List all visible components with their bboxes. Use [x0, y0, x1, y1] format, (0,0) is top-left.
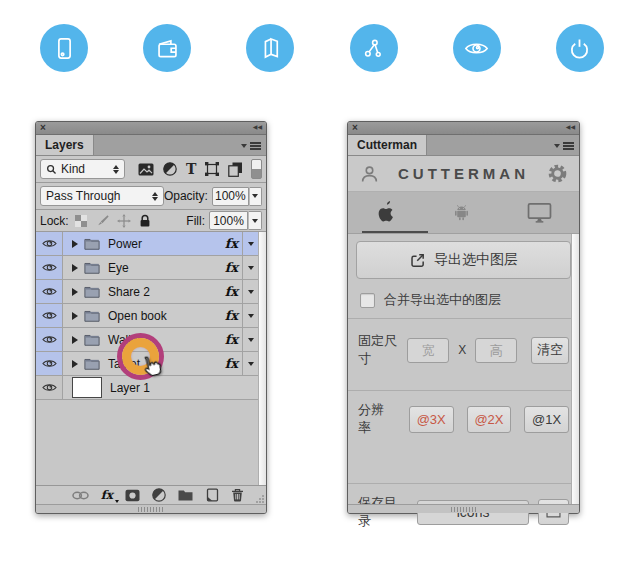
resolution-2x-button[interactable]: @2X [467, 406, 512, 433]
type-layer-filter-icon[interactable]: T [186, 162, 196, 176]
fx-expand-arrow[interactable] [242, 256, 258, 279]
layer-name[interactable]: Layer 1 [110, 381, 150, 395]
opacity-value[interactable]: 100% [212, 187, 249, 206]
close-icon[interactable]: × [40, 122, 46, 134]
layer-row-content[interactable]: Tablet fx [63, 352, 242, 375]
layer-row-content[interactable]: Wallet fx [63, 328, 242, 351]
new-layer-icon[interactable] [205, 488, 219, 502]
fill-dropdown-icon[interactable] [248, 211, 262, 230]
layer-row-content[interactable]: Open book fx [63, 304, 242, 327]
resolution-3x-button[interactable]: @3X [409, 406, 454, 433]
link-icon[interactable] [72, 490, 89, 501]
layer-thumbnail[interactable] [72, 377, 102, 398]
layer-row-content[interactable]: Share 2 fx [63, 280, 242, 303]
layer-mask-icon[interactable] [125, 489, 140, 502]
power-icon[interactable] [556, 24, 604, 72]
brand-title: CUTTERMAN [379, 165, 548, 182]
tab-layers[interactable]: Layers [36, 135, 94, 155]
visibility-toggle[interactable] [36, 304, 63, 327]
fx-expand-arrow[interactable] [242, 280, 258, 303]
layer-row[interactable]: Eye fx [36, 256, 258, 280]
fx-expand-arrow[interactable] [242, 328, 258, 351]
clear-button[interactable]: 清空 [531, 337, 569, 364]
height-input[interactable] [475, 338, 517, 363]
layer-row[interactable]: Layer 1 [36, 376, 258, 400]
visibility-toggle[interactable] [36, 352, 63, 375]
desktop-tab[interactable] [527, 202, 552, 223]
layer-row-content[interactable]: Power fx [63, 232, 242, 255]
lock-pixels-icon[interactable] [95, 214, 109, 228]
opacity-dropdown-icon[interactable] [249, 187, 262, 206]
tablet-icon[interactable] [40, 24, 88, 72]
fx-expand-arrow[interactable] [242, 232, 258, 255]
disclosure-triangle-icon[interactable] [72, 240, 78, 248]
merge-checkbox[interactable] [360, 293, 375, 308]
disclosure-triangle-icon[interactable] [72, 336, 78, 344]
layer-row[interactable]: Wallet fx [36, 328, 258, 352]
gear-icon[interactable] [548, 164, 567, 183]
layer-name[interactable]: Power [108, 237, 142, 251]
layer-name[interactable]: Share 2 [108, 285, 150, 299]
scrollbar-track[interactable] [571, 234, 579, 504]
visibility-toggle[interactable] [36, 256, 63, 279]
lock-icons [75, 214, 151, 228]
visibility-toggle[interactable] [36, 280, 63, 303]
visibility-toggle[interactable] [36, 376, 63, 399]
collapse-panel-icon[interactable]: ◀◀ [253, 123, 262, 130]
lock-position-icon[interactable] [117, 214, 131, 228]
layer-row[interactable]: Share 2 fx [36, 280, 258, 304]
layer-row[interactable]: Power fx [36, 232, 258, 256]
export-selected-button[interactable]: 导出选中图层 [356, 241, 571, 279]
user-icon[interactable] [360, 165, 379, 183]
tab-cutterman[interactable]: Cutterman [348, 135, 427, 155]
visibility-toggle[interactable] [36, 328, 63, 351]
resolution-1x-button[interactable]: @1X [524, 406, 569, 433]
wallet-icon[interactable] [143, 24, 191, 72]
kind-filter-select[interactable]: Kind [40, 159, 125, 179]
layer-row-content[interactable]: Eye fx [63, 256, 242, 279]
disclosure-triangle-icon[interactable] [72, 312, 78, 320]
close-icon[interactable]: × [352, 122, 358, 134]
android-tab[interactable] [451, 202, 472, 224]
layer-row-content[interactable]: Layer 1 [63, 376, 258, 399]
adjustment-icon[interactable] [152, 488, 166, 502]
disclosure-triangle-icon[interactable] [72, 264, 78, 272]
panel-menu-icon[interactable] [241, 142, 261, 150]
fx-expand-arrow[interactable] [242, 304, 258, 327]
layer-name[interactable]: Eye [108, 261, 129, 275]
adjustment-layer-filter-icon[interactable] [163, 162, 177, 176]
opacity-label: Opacity: [164, 189, 208, 203]
fx-icon[interactable]: fx [101, 488, 113, 502]
group-folder-icon[interactable] [178, 489, 193, 501]
fx-expand-arrow[interactable] [242, 352, 258, 375]
visibility-toggle[interactable] [36, 232, 63, 255]
open-book-icon[interactable] [246, 24, 294, 72]
lock-transparency-icon[interactable] [75, 215, 87, 227]
drag-handle[interactable] [451, 507, 477, 512]
blend-mode-select[interactable]: Pass Through [40, 186, 164, 206]
eye-icon[interactable] [453, 24, 501, 72]
resize-grip-icon[interactable] [255, 494, 265, 504]
panel-menu-icon[interactable] [554, 142, 574, 150]
layer-name[interactable]: Open book [108, 309, 167, 323]
layer-name[interactable]: Tablet [108, 357, 140, 371]
scrollbar-track[interactable] [258, 232, 266, 485]
trash-icon[interactable] [231, 488, 244, 502]
lock-all-icon[interactable] [139, 214, 151, 228]
disclosure-triangle-icon[interactable] [72, 360, 78, 368]
pixel-layer-filter-icon[interactable] [138, 163, 154, 176]
shape-layer-filter-icon[interactable] [205, 162, 219, 176]
disclosure-triangle-icon[interactable] [72, 288, 78, 296]
filtering-toggle[interactable] [251, 159, 262, 179]
layer-row[interactable]: Tablet fx [36, 352, 258, 376]
drag-handle[interactable] [138, 507, 164, 512]
smart-object-filter-icon[interactable] [228, 162, 243, 177]
share-icon[interactable] [350, 24, 398, 72]
layer-name[interactable]: Wallet [108, 333, 141, 347]
collapse-panel-icon[interactable]: ◀◀ [566, 123, 575, 130]
fill-label: Fill: [186, 214, 205, 228]
width-input[interactable] [407, 338, 449, 363]
fill-value[interactable]: 100% [209, 211, 248, 230]
apple-tab[interactable] [375, 200, 396, 225]
layer-row[interactable]: Open book fx [36, 304, 258, 328]
